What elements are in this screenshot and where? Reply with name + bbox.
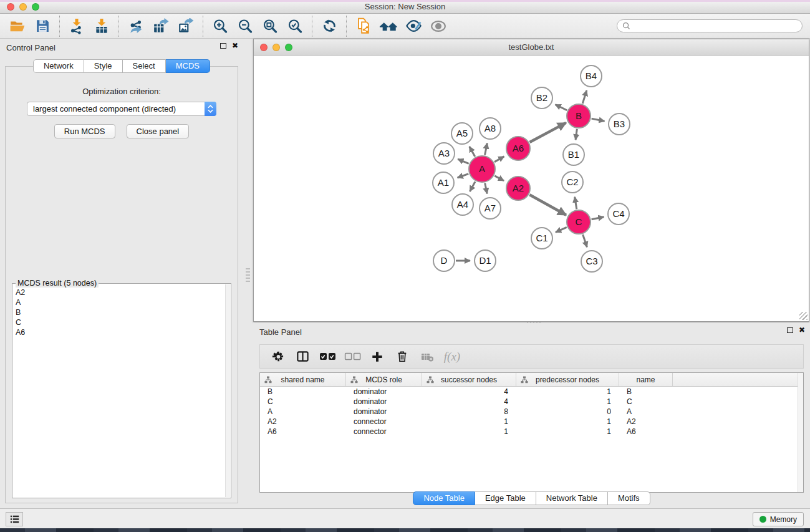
node-A4[interactable]: A4 xyxy=(452,194,473,215)
mcds-result-item[interactable]: A2 xyxy=(16,288,225,297)
edge-A-A8[interactable] xyxy=(485,143,488,155)
node-C4[interactable]: C4 xyxy=(608,203,629,225)
close-table-panel-icon[interactable]: ✖ xyxy=(799,327,805,333)
tab-network[interactable]: Network xyxy=(33,59,84,73)
node-A8[interactable]: A8 xyxy=(480,118,501,139)
float-table-panel-icon[interactable] xyxy=(787,327,793,333)
table-cell[interactable]: connector xyxy=(346,417,422,426)
node-B[interactable]: B xyxy=(567,104,591,128)
table-cell[interactable]: 4 xyxy=(422,387,516,396)
table-cell[interactable]: 1 xyxy=(516,417,619,426)
edge-A-A5[interactable] xyxy=(470,147,475,157)
node-A3[interactable]: A3 xyxy=(433,143,455,164)
close-panel-button[interactable]: Close panel xyxy=(127,124,190,138)
edge-B-B1[interactable] xyxy=(576,129,577,140)
edge-A-A6[interactable] xyxy=(494,157,504,162)
mcds-result-list[interactable]: A2ABCA6 xyxy=(13,284,225,497)
table-row[interactable]: Cdominator41C xyxy=(260,397,803,407)
node-C1[interactable]: C1 xyxy=(531,228,552,249)
column-header-shared-name[interactable]: shared name xyxy=(260,373,346,386)
function-builder-button[interactable]: f(x) xyxy=(441,347,463,367)
table-cell[interactable]: 0 xyxy=(516,407,619,416)
run-mcds-button[interactable]: Run MCDS xyxy=(54,124,115,138)
node-D1[interactable]: D1 xyxy=(475,250,496,271)
edge-C-C2[interactable] xyxy=(575,197,577,210)
toggle-visibility-button[interactable] xyxy=(426,15,451,37)
table-cell[interactable]: 8 xyxy=(422,407,516,416)
table-cell[interactable]: A xyxy=(619,407,673,416)
tab-motifs[interactable]: Motifs xyxy=(608,491,650,505)
table-cell[interactable]: 1 xyxy=(422,417,516,426)
node-A7[interactable]: A7 xyxy=(480,198,501,219)
node-A1[interactable]: A1 xyxy=(433,172,454,193)
close-panel-icon[interactable]: ✖ xyxy=(232,42,238,49)
split-panel-button[interactable] xyxy=(291,347,314,367)
vertical-splitter[interactable] xyxy=(243,39,253,508)
search-field[interactable] xyxy=(617,19,803,32)
edge-B-B2[interactable] xyxy=(556,105,567,110)
edge-A-A7[interactable] xyxy=(485,183,488,194)
refresh-view-button[interactable] xyxy=(317,15,342,37)
delete-column-button[interactable] xyxy=(391,347,413,367)
edge-A2-C[interactable] xyxy=(529,195,566,215)
delete-table-button[interactable] xyxy=(416,347,438,367)
table-row[interactable]: Bdominator41B xyxy=(260,387,803,397)
table-cell[interactable]: 1 xyxy=(516,427,619,436)
node-B4[interactable]: B4 xyxy=(581,65,602,87)
edge-C-C1[interactable] xyxy=(556,227,567,232)
tab-edge-table[interactable]: Edge Table xyxy=(475,491,536,505)
session-home-button[interactable] xyxy=(376,15,401,37)
node-A2[interactable]: A2 xyxy=(506,177,530,200)
edge-A-A2[interactable] xyxy=(494,176,504,181)
export-table-button[interactable] xyxy=(148,15,173,37)
export-image-button[interactable] xyxy=(173,15,198,37)
network-canvas[interactable]: AA1A2A3A4A5A6A7A8BB1B2B3B4CC1C2C3C4DD1 xyxy=(254,56,809,321)
table-cell[interactable]: C xyxy=(260,397,346,406)
node-C[interactable]: C xyxy=(567,210,591,234)
node-A[interactable]: A xyxy=(469,156,495,182)
edge-B-B4[interactable] xyxy=(582,90,587,104)
open-file-button[interactable] xyxy=(5,15,30,37)
table-cell[interactable]: dominator xyxy=(346,387,422,396)
annotation-mode-button[interactable] xyxy=(401,15,426,37)
float-panel-icon[interactable] xyxy=(220,43,226,49)
mcds-result-item[interactable]: A xyxy=(16,297,225,307)
edge-A6-B[interactable] xyxy=(530,123,566,142)
criterion-dropdown[interactable]: largest connected component (directed) xyxy=(27,102,216,116)
zoom-selected-button[interactable] xyxy=(282,15,307,37)
tab-node-table[interactable]: Node Table xyxy=(413,491,475,505)
table-cell[interactable]: A2 xyxy=(260,417,346,426)
table-cell[interactable]: A xyxy=(260,407,346,416)
save-session-button[interactable] xyxy=(30,15,55,37)
table-cell[interactable]: 1 xyxy=(516,397,619,406)
edge-A-A1[interactable] xyxy=(458,174,469,178)
tab-network-table[interactable]: Network Table xyxy=(536,491,608,505)
network-window-titlebar[interactable]: testGlobe.txt xyxy=(254,39,809,56)
column-header-mcds-role[interactable]: MCDS role xyxy=(346,373,422,386)
zoom-in-button[interactable] xyxy=(208,15,233,37)
mcds-result-item[interactable]: A6 xyxy=(16,327,225,337)
node-C2[interactable]: C2 xyxy=(562,172,583,193)
table-cell[interactable]: C xyxy=(619,397,673,406)
node-B2[interactable]: B2 xyxy=(531,87,552,109)
column-header-successor-nodes[interactable]: successor nodes xyxy=(422,373,516,386)
duplicate-network-button[interactable] xyxy=(351,15,376,37)
import-network-button[interactable] xyxy=(64,15,89,37)
node-C3[interactable]: C3 xyxy=(581,251,602,272)
table-cell[interactable]: B xyxy=(260,387,346,396)
table-scrollbar[interactable] xyxy=(798,373,803,492)
table-cell[interactable]: connector xyxy=(346,427,422,436)
deselect-all-button[interactable] xyxy=(341,347,364,367)
column-header-name[interactable]: name xyxy=(619,373,673,386)
table-cell[interactable]: B xyxy=(619,387,673,396)
network-graph[interactable]: AA1A2A3A4A5A6A7A8BB1B2B3B4CC1C2C3C4DD1 xyxy=(254,56,809,321)
edge-A-A4[interactable] xyxy=(470,181,475,191)
table-cell[interactable]: dominator xyxy=(346,397,422,406)
zoom-fit-button[interactable] xyxy=(258,15,282,37)
tab-style[interactable]: Style xyxy=(84,59,123,73)
mcds-result-item[interactable]: C xyxy=(16,317,225,327)
create-column-button[interactable] xyxy=(366,347,388,367)
node-B3[interactable]: B3 xyxy=(609,114,630,135)
mcds-result-item[interactable]: B xyxy=(16,307,225,317)
table-cell[interactable]: 1 xyxy=(516,387,619,396)
